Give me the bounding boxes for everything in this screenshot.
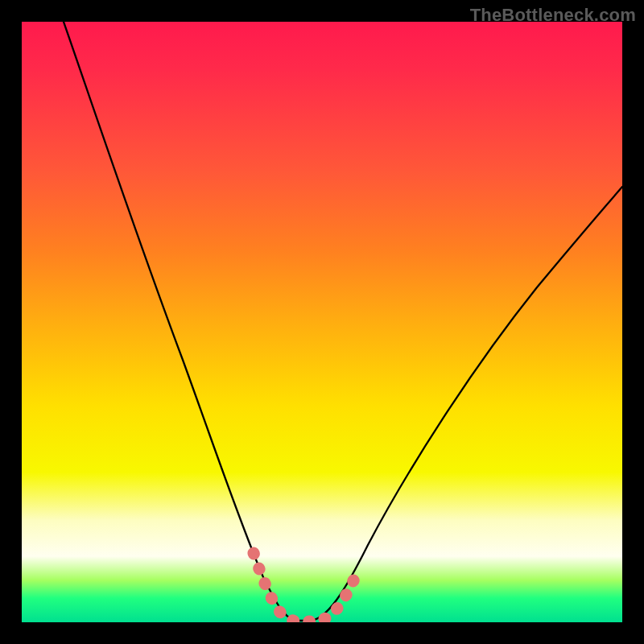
bottleneck-curve: [64, 22, 622, 621]
chart-svg: [22, 22, 622, 622]
watermark-text: TheBottleneck.com: [470, 5, 636, 26]
chart-plot-area: [22, 22, 622, 622]
optimal-range-highlight: [254, 553, 355, 621]
